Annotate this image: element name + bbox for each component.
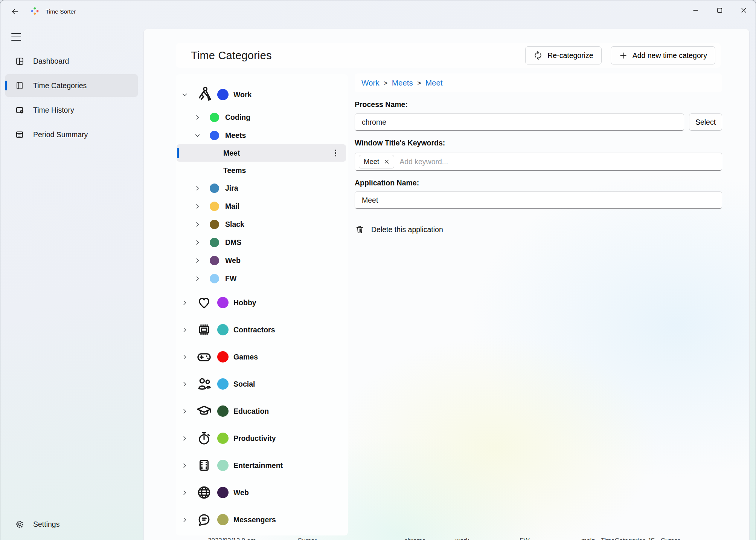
tree-item-coding[interactable]: Coding (176, 108, 348, 126)
select-process-button[interactable]: Select (689, 113, 722, 131)
tree-item-fw[interactable]: FW (176, 269, 348, 288)
dashboard-icon (14, 56, 25, 66)
delete-application-label: Delete this application (371, 225, 443, 234)
keywords-box: Meet (355, 153, 722, 171)
chevron-right-icon[interactable] (195, 185, 207, 191)
delete-application-button[interactable]: Delete this application (355, 225, 443, 235)
chevron-right-icon[interactable] (182, 354, 194, 360)
chevron-right-icon[interactable] (182, 490, 194, 496)
sidebar-item-dashboard[interactable]: Dashboard (5, 50, 138, 72)
tree-item-meets[interactable]: Meets (176, 126, 348, 144)
tree-item-productivity[interactable]: Productivity (176, 425, 348, 452)
app-title: Time Sorter (46, 8, 76, 15)
clipped-text: Cursor (297, 537, 317, 540)
chevron-right-icon[interactable] (182, 381, 194, 387)
gear-icon (14, 519, 25, 529)
chevron-right-icon[interactable] (182, 327, 194, 333)
tree-item-meet[interactable]: Meet (177, 144, 346, 162)
remove-keyword-icon[interactable] (384, 159, 389, 164)
sidebar-item-label: Period Summary (33, 130, 88, 139)
category-color-dot (217, 514, 229, 525)
add-keyword-input[interactable] (399, 158, 719, 166)
recategorize-button[interactable]: Re-categorize (525, 46, 601, 64)
process-name-input[interactable] (355, 113, 684, 131)
refresh-icon (533, 51, 543, 60)
tree-item-social[interactable]: Social (176, 370, 348, 398)
tree-item-label: Games (233, 353, 258, 361)
tree-item-label: FW (225, 274, 236, 283)
breadcrumb-separator: > (384, 79, 387, 87)
tree-item-web[interactable]: Web (176, 479, 348, 506)
category-color-dot (217, 487, 229, 498)
app-window: Time Sorter DashboardTime CategoriesTime… (0, 0, 756, 540)
calendar-icon (14, 129, 25, 140)
category-color-dot (210, 202, 219, 211)
tree-item-jira[interactable]: Jira (176, 179, 348, 197)
chevron-right-icon[interactable] (195, 258, 207, 263)
sidebar-item-label: Time Categories (33, 81, 87, 90)
add-new-time-category-button[interactable]: Add new time category (611, 46, 715, 64)
keyword-chip: Meet (359, 155, 394, 168)
tree-item-education[interactable]: Education (176, 398, 348, 425)
sidebar-item-label: Settings (33, 520, 59, 529)
tree-item-messengers[interactable]: Messengers (176, 506, 348, 533)
category-color-dot (217, 297, 229, 308)
maximize-icon (717, 8, 722, 13)
application-name-input[interactable] (355, 191, 722, 209)
category-color-dot (217, 378, 229, 390)
clipped-background-row: 2023/02/13 9 amCursorchromeworkFWmain - … (166, 537, 749, 540)
close-button[interactable] (732, 0, 756, 20)
chevron-right-icon[interactable] (195, 115, 207, 120)
tree-item-teems[interactable]: Teems (176, 162, 348, 179)
category-tree: WorkCodingMeetsMeetTeemsJiraMailSlackDMS… (176, 74, 348, 535)
chevron-right-icon[interactable] (182, 300, 194, 306)
tree-item-label: Hobby (233, 298, 256, 307)
tree-item-mail[interactable]: Mail (176, 197, 348, 215)
chevron-right-icon[interactable] (195, 203, 207, 209)
film-icon (195, 457, 213, 474)
tree-item-slack[interactable]: Slack (176, 215, 348, 233)
sidebar-item-time-categories[interactable]: Time Categories (5, 74, 138, 97)
tree-item-dms[interactable]: DMS (176, 233, 348, 251)
trash-icon (355, 225, 365, 235)
tree-item-label: Messengers (233, 516, 276, 524)
back-button[interactable] (9, 5, 21, 18)
sidebar-item-settings[interactable]: Settings (5, 514, 138, 535)
tree-item-contractors[interactable]: Contractors (176, 316, 348, 343)
category-color-dot (210, 238, 219, 247)
kebab-menu-icon[interactable] (333, 147, 339, 159)
chevron-right-icon[interactable] (182, 517, 194, 523)
chevron-right-icon[interactable] (182, 408, 194, 414)
sidebar-item-period-summary[interactable]: Period Summary (5, 123, 138, 146)
chevron-right-icon[interactable] (195, 276, 207, 281)
maximize-button[interactable] (707, 0, 732, 20)
minimize-button[interactable] (683, 0, 707, 20)
category-color-dot (210, 131, 219, 140)
chevron-down-icon[interactable] (182, 92, 194, 98)
chevron-right-icon[interactable] (195, 222, 207, 227)
tree-item-games[interactable]: Games (176, 343, 348, 370)
plus-icon (619, 51, 628, 60)
tree-item-hobby[interactable]: Hobby (176, 289, 348, 316)
tree-item-entertainment[interactable]: Entertainment (176, 452, 348, 479)
category-color-dot (210, 256, 219, 265)
chevron-right-icon[interactable] (182, 463, 194, 468)
detail-panel: Work>Meets>Meet Process Name: Select Win… (355, 73, 722, 235)
tree-item-label: Slack (225, 220, 244, 229)
hamburger-menu-icon[interactable] (9, 31, 23, 43)
breadcrumb-link-work[interactable]: Work (361, 78, 379, 87)
tree-item-label: Jira (225, 184, 238, 193)
breadcrumb-link-meets[interactable]: Meets (392, 78, 413, 87)
tree-item-web[interactable]: Web (176, 251, 348, 269)
category-color-dot (217, 460, 229, 471)
sidebar: DashboardTime CategoriesTime HistoryPeri… (0, 48, 143, 148)
header-buttons: Re-categorize Add new time category (525, 46, 715, 64)
chevron-right-icon[interactable] (195, 240, 207, 245)
breadcrumb-link-meet[interactable]: Meet (425, 78, 443, 87)
chevron-right-icon[interactable] (182, 436, 194, 441)
tree-item-label: Social (233, 380, 255, 389)
breadcrumb-separator: > (418, 79, 421, 87)
sidebar-item-time-history[interactable]: Time History (5, 99, 138, 121)
tree-item-work[interactable]: Work (176, 81, 348, 108)
chevron-down-icon[interactable] (195, 133, 207, 138)
